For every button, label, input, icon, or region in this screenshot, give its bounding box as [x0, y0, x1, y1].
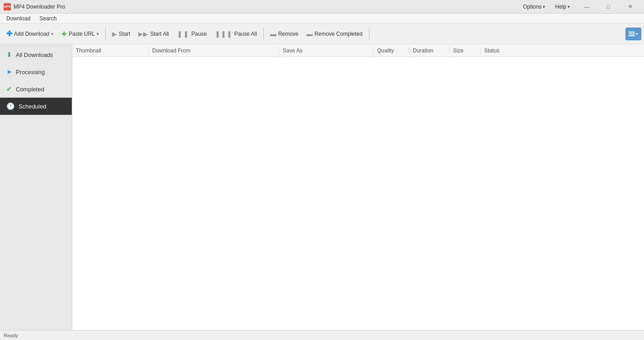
- col-header-thumbnail: Thumbnail: [76, 47, 148, 54]
- sidebar: ⬇ All Downloads ➤ Processing ✔ Completed…: [0, 44, 72, 330]
- titlebar: MP4 MP4 Downloader Pro Options ▾ Help ▾ …: [0, 0, 644, 14]
- col-sep-1: [148, 47, 149, 55]
- sidebar-item-completed[interactable]: ✔ Completed: [0, 80, 72, 98]
- remove-completed-icon: ▬: [307, 30, 313, 38]
- toolbar-sep-3: [369, 28, 369, 40]
- start-button[interactable]: ▶ Start: [108, 26, 134, 42]
- toolbar: ✚ Add Download ▾ ✚ Paste URL ▾ ▶ Start ▶…: [0, 24, 644, 44]
- col-sep-4: [409, 47, 409, 55]
- main-area: ⬇ All Downloads ➤ Processing ✔ Completed…: [0, 44, 644, 330]
- list-view-arrow-icon: ▾: [636, 32, 638, 36]
- app-icon: MP4: [4, 3, 11, 10]
- menubar: Download Search: [0, 14, 644, 24]
- sidebar-item-scheduled[interactable]: 🕐 Scheduled: [0, 98, 72, 115]
- start-icon: ▶: [112, 30, 117, 38]
- minimize-button[interactable]: —: [576, 0, 597, 14]
- toolbar-right: ▾: [625, 28, 641, 40]
- col-header-status: Status: [484, 47, 640, 54]
- close-button[interactable]: ✕: [620, 0, 640, 14]
- paste-icon: ✚: [61, 30, 67, 38]
- paste-url-arrow-icon: ▾: [97, 32, 99, 36]
- help-menu-btn[interactable]: Help ▾: [551, 3, 574, 11]
- processing-icon: ➤: [6, 68, 12, 76]
- toolbar-sep-2: [263, 28, 264, 40]
- col-header-download-from: Download From: [152, 47, 279, 54]
- menu-search[interactable]: Search: [35, 14, 61, 23]
- remove-button[interactable]: ▬ Remove: [266, 26, 302, 42]
- sidebar-item-processing[interactable]: ➤ Processing: [0, 63, 72, 80]
- menu-download[interactable]: Download: [2, 14, 35, 23]
- col-header-duration: Duration: [413, 47, 449, 54]
- col-sep-3: [373, 47, 373, 55]
- add-icon: ✚: [6, 29, 12, 38]
- titlebar-menu: Options ▾ Help ▾: [518, 3, 574, 11]
- content-area: Thumbnail Download From Save As Quality …: [72, 44, 644, 330]
- completed-icon: ✔: [6, 85, 12, 93]
- paste-url-button[interactable]: ✚ Paste URL ▾: [58, 26, 103, 42]
- table-header: Thumbnail Download From Save As Quality …: [72, 44, 644, 57]
- add-download-button[interactable]: ✚ Add Download ▾: [3, 26, 57, 42]
- pause-all-button[interactable]: ❚❚❚ Pause All: [211, 26, 261, 42]
- list-view-button[interactable]: ▾: [625, 28, 641, 40]
- pause-icon: ❚❚: [177, 30, 190, 38]
- status-text: Ready: [4, 333, 18, 338]
- options-arrow-icon: ▾: [543, 5, 545, 9]
- statusbar: Ready: [0, 330, 644, 340]
- pause-all-icon: ❚❚❚: [215, 30, 233, 38]
- toolbar-sep-1: [105, 28, 106, 40]
- start-all-icon: ▶▶: [138, 30, 148, 38]
- pause-button[interactable]: ❚❚ Pause: [173, 26, 210, 42]
- col-sep-5: [449, 47, 449, 55]
- options-menu-btn[interactable]: Options ▾: [518, 3, 550, 11]
- remove-completed-button[interactable]: ▬ Remove Completed: [303, 26, 366, 42]
- remove-icon: ▬: [270, 30, 276, 38]
- col-header-size: Size: [453, 47, 480, 54]
- scheduled-icon: 🕐: [6, 102, 15, 110]
- start-all-button[interactable]: ▶▶ Start All: [135, 26, 172, 42]
- app-title: MP4 Downloader Pro: [14, 4, 65, 10]
- window-controls: — □ ✕: [576, 0, 640, 14]
- table-body: [72, 57, 644, 330]
- list-view-icon: [629, 32, 635, 36]
- add-download-arrow-icon: ▾: [51, 32, 53, 36]
- maximize-button[interactable]: □: [598, 0, 619, 14]
- col-sep-2: [279, 47, 279, 55]
- col-header-save-as: Save As: [283, 47, 373, 54]
- all-downloads-icon: ⬇: [6, 51, 12, 59]
- titlebar-left: MP4 MP4 Downloader Pro: [4, 3, 65, 10]
- col-sep-6: [480, 47, 481, 55]
- help-arrow-icon: ▾: [568, 5, 570, 9]
- sidebar-item-all-downloads[interactable]: ⬇ All Downloads: [0, 46, 72, 63]
- col-header-quality: Quality: [377, 47, 409, 54]
